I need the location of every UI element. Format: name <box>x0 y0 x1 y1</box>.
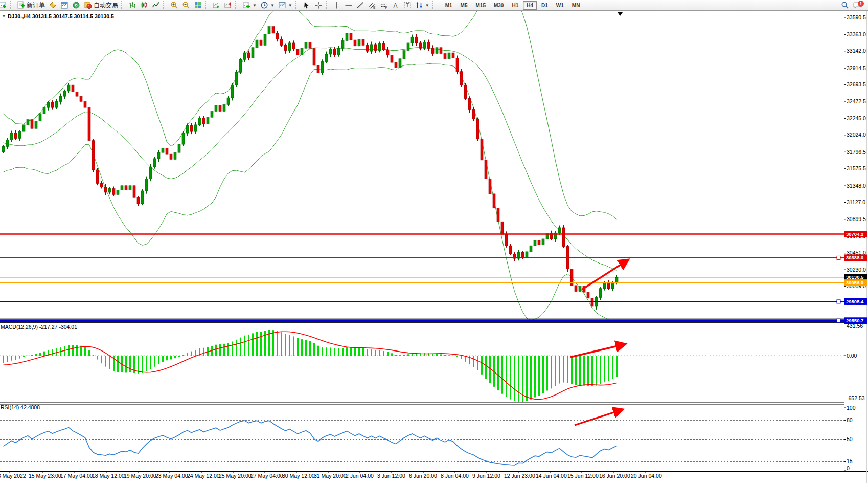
text-button[interactable]: A <box>390 1 401 10</box>
svg-text:29805.4: 29805.4 <box>846 299 864 304</box>
zoom-in-icon <box>170 1 178 9</box>
svg-text:32914.5: 32914.5 <box>847 65 866 71</box>
market-watch-button[interactable] <box>47 1 58 10</box>
zoom-out-icon <box>182 1 190 9</box>
trend-arrow-macd[interactable] <box>570 344 624 357</box>
timeframe-h1-button[interactable]: H1 <box>508 1 522 10</box>
svg-text:T: T <box>406 3 409 8</box>
zoom-in-button[interactable] <box>169 1 180 10</box>
svg-text:431.56: 431.56 <box>847 323 863 329</box>
level-handle[interactable] <box>837 256 840 259</box>
toolbar-grip[interactable] <box>326 1 329 9</box>
dropdown-caret-icon: ▼ <box>288 3 292 8</box>
vertical-line-button[interactable] <box>331 1 342 10</box>
channel-button[interactable]: E <box>367 1 378 10</box>
new-order-icon <box>17 1 25 9</box>
indicators-button[interactable]: ▼ <box>241 1 258 10</box>
bollinger-bands <box>4 11 617 321</box>
market-watch-icon <box>49 1 57 9</box>
tile-windows-icon <box>194 1 202 9</box>
date-label: 27 May 04:00 <box>250 473 283 479</box>
arrows-button[interactable]: ▼ <box>414 1 431 10</box>
chart-candles-button[interactable] <box>139 1 150 10</box>
fibonacci-button[interactable]: F <box>378 1 390 10</box>
toolbar-grip[interactable] <box>121 1 125 9</box>
svg-text:50: 50 <box>847 436 853 442</box>
crosshair-icon <box>314 1 323 9</box>
timeframe-m30-button[interactable]: M30 <box>490 1 507 10</box>
toolbar-grip[interactable] <box>295 1 299 9</box>
svg-text:30230.0: 30230.0 <box>847 267 866 273</box>
chart-line-button[interactable] <box>150 1 162 10</box>
auto-scroll-button[interactable] <box>211 1 222 10</box>
zoom-out-button[interactable] <box>180 1 192 10</box>
chart-shift-button[interactable] <box>222 1 234 10</box>
toolbar-grip[interactable] <box>205 1 209 9</box>
date-label: 30 May 12:00 <box>282 473 315 479</box>
candles-layer <box>2 17 618 313</box>
strategy-tester-button[interactable] <box>71 1 82 10</box>
date-label: 3 Jun 12:00 <box>377 473 405 479</box>
templates-button[interactable]: ▼ <box>277 1 294 10</box>
timeframe-h4-button[interactable]: H4 <box>523 1 537 10</box>
svg-text:30899.5: 30899.5 <box>847 216 866 222</box>
new-order-button[interactable]: 新订单 <box>15 1 47 10</box>
svg-text:32245.0: 32245.0 <box>847 115 866 121</box>
chart-shift-marker[interactable] <box>618 12 623 16</box>
trendline-button[interactable] <box>355 1 366 10</box>
line-chart-icon <box>152 1 160 9</box>
svg-text:32693.5: 32693.5 <box>847 81 866 87</box>
svg-text:-652.53: -652.53 <box>847 395 865 401</box>
autotrading-label: 自动交易 <box>94 1 118 10</box>
trend-arrow-rsi[interactable] <box>575 410 622 425</box>
date-label: 17 May 04:00 <box>60 473 93 479</box>
horizontal-line-button[interactable] <box>343 1 354 10</box>
macd-label: MACD(12,26,9) -217.27 -304.01 <box>1 324 77 330</box>
timeframe-m15-button[interactable]: M15 <box>472 1 489 10</box>
timeframe-w1-button[interactable]: W1 <box>553 1 567 10</box>
date-label: 23 May 04:00 <box>155 473 188 479</box>
toolbar-grip[interactable] <box>163 1 167 9</box>
date-label: 31 May 20:00 <box>314 473 347 479</box>
tile-windows-button[interactable] <box>192 1 203 10</box>
autotrading-button[interactable]: 自动交易 <box>82 1 120 10</box>
level-handle[interactable] <box>837 300 840 303</box>
notification-badge: 1 <box>858 1 864 7</box>
svg-text:31127.0: 31127.0 <box>847 199 865 205</box>
chart-bars-button[interactable] <box>127 1 138 10</box>
notifications-button[interactable]: 1 <box>851 1 863 10</box>
search-button[interactable] <box>839 1 851 10</box>
timeframe-toolbar: M1M5M15M30H1H4D1W1MN <box>441 1 584 10</box>
new-chart-icon <box>0 1 7 9</box>
chart-canvas[interactable]: 33590.533363.033142.032914.532693.532472… <box>0 11 868 483</box>
periods-button[interactable]: ▼ <box>259 1 276 10</box>
text-label-button[interactable]: T <box>402 1 413 10</box>
horizontal-levels[interactable] <box>0 234 844 323</box>
date-label: 15 Jun 12:00 <box>567 473 599 479</box>
date-label: 14 Jun 04:00 <box>536 473 567 479</box>
timeframe-mn-button[interactable]: MN <box>568 1 584 10</box>
toolbar-grip[interactable] <box>235 1 239 9</box>
level-handle[interactable] <box>837 319 840 322</box>
chart-shift-icon <box>224 1 232 9</box>
date-label: 16 Jun 20:00 <box>599 473 630 479</box>
toolbar-grip[interactable] <box>432 1 436 9</box>
new-chart-button[interactable] <box>0 1 8 10</box>
search-icon <box>841 1 849 9</box>
date-label: 8 Jun 04:00 <box>441 473 469 479</box>
crosshair-button[interactable] <box>313 1 324 10</box>
toolbar-grip[interactable] <box>10 1 13 9</box>
timeframe-d1-button[interactable]: D1 <box>538 1 552 10</box>
data-window-button[interactable] <box>59 1 70 10</box>
date-label: 20 Jun 04:00 <box>631 473 662 479</box>
date-label: 6 Jun 20:00 <box>409 473 437 479</box>
new-order-label: 新订单 <box>27 1 45 10</box>
svg-text:30056.0: 30056.0 <box>846 280 863 286</box>
date-label: 2 Jun 04:00 <box>346 473 374 479</box>
svg-text:30704.2: 30704.2 <box>846 231 863 237</box>
timeframe-m5-button[interactable]: M5 <box>457 1 471 10</box>
ohlc-expand-icon[interactable] <box>2 15 6 17</box>
cursor-button[interactable] <box>301 1 312 10</box>
candlestick-chart-icon <box>140 1 148 9</box>
timeframe-m1-button[interactable]: M1 <box>442 1 456 10</box>
